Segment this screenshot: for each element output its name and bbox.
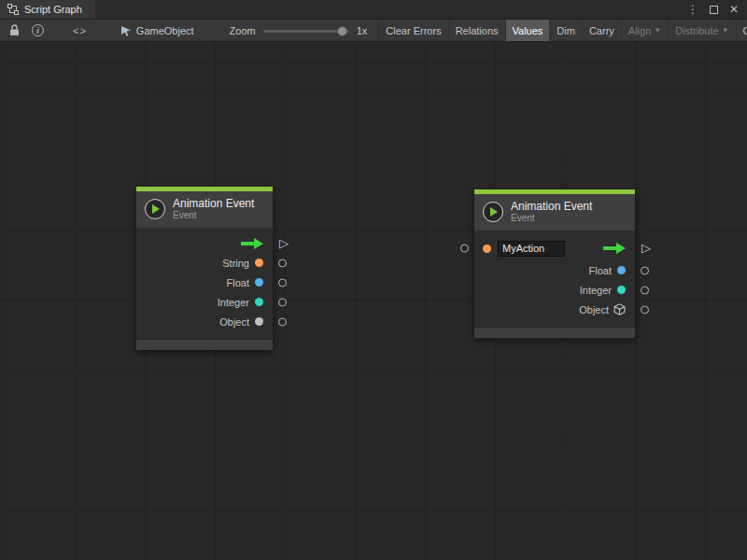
zoom-label: Zoom bbox=[230, 25, 256, 36]
tab-bar: Script Graph ⋮ ✕ bbox=[0, 0, 747, 20]
overview-label: Overview bbox=[743, 25, 747, 36]
node-body: ▷ Float Integer Object bbox=[474, 231, 635, 327]
chevron-down-icon: ▼ bbox=[722, 27, 729, 35]
string-type-icon bbox=[255, 259, 263, 267]
port-label: Integer bbox=[580, 285, 612, 296]
zoom-slider-track bbox=[263, 30, 349, 33]
tab-title: Script Graph bbox=[24, 4, 82, 15]
port-label: Integer bbox=[218, 297, 249, 308]
node-footer bbox=[136, 339, 273, 350]
distribute-label: Distribute bbox=[675, 25, 718, 36]
carry-label: Carry bbox=[589, 25, 614, 36]
output-row-float: Float bbox=[474, 260, 635, 280]
zoom-slider-knob[interactable] bbox=[337, 26, 347, 36]
zoom-control: Zoom 1x bbox=[230, 20, 368, 41]
flow-arrow-icon bbox=[241, 238, 263, 249]
output-row-integer: Integer bbox=[474, 280, 635, 300]
integer-type-icon bbox=[617, 286, 626, 294]
integer-output-port[interactable] bbox=[641, 286, 649, 294]
float-type-icon bbox=[617, 266, 626, 274]
zoom-value: 1x bbox=[357, 25, 368, 36]
maximize-icon[interactable] bbox=[710, 6, 718, 14]
kebab-menu-icon[interactable]: ⋮ bbox=[687, 4, 698, 15]
node-footer bbox=[474, 327, 635, 338]
object-type-icon bbox=[255, 317, 263, 326]
event-play-icon bbox=[145, 199, 165, 219]
node-subtitle: Event bbox=[511, 213, 592, 224]
relations-label: Relations bbox=[456, 25, 499, 36]
node-title: Animation Event bbox=[511, 200, 592, 213]
node-subtitle: Event bbox=[173, 210, 254, 221]
port-label: Object bbox=[579, 304, 609, 315]
action-name-input[interactable] bbox=[498, 241, 565, 257]
dim-label: Dim bbox=[557, 25, 575, 36]
graph-toolbar: i <> GameObject Zoom 1x Clear Errors Rel… bbox=[0, 20, 747, 42]
output-row-float: Float bbox=[136, 273, 273, 292]
object-output-port[interactable] bbox=[278, 317, 287, 326]
lock-icon[interactable] bbox=[9, 24, 20, 36]
node-title: Animation Event bbox=[173, 197, 254, 210]
align-label: Align bbox=[628, 25, 651, 36]
control-output-port[interactable]: ▷ bbox=[641, 243, 651, 255]
code-icon[interactable]: <> bbox=[73, 25, 87, 36]
float-output-port[interactable] bbox=[641, 266, 649, 274]
node-header[interactable]: Animation Event Event bbox=[474, 194, 635, 231]
clear-errors-button[interactable]: Clear Errors bbox=[378, 20, 447, 41]
action-input-row: ▷ bbox=[474, 236, 635, 260]
control-input-port[interactable] bbox=[460, 245, 469, 253]
flow-arrow-icon bbox=[603, 243, 626, 254]
string-output-port[interactable] bbox=[278, 259, 287, 267]
gameobject-label: GameObject bbox=[136, 25, 194, 36]
float-type-icon bbox=[255, 278, 263, 287]
dim-button[interactable]: Dim bbox=[549, 20, 582, 41]
integer-output-port[interactable] bbox=[278, 298, 287, 306]
output-row-integer: Integer bbox=[136, 292, 273, 312]
animation-event-node-left[interactable]: Animation Event Event ▷ String bbox=[136, 187, 273, 350]
control-output-row: ▷ bbox=[136, 233, 273, 253]
close-icon[interactable]: ✕ bbox=[729, 4, 739, 15]
animation-event-node-right[interactable]: Animation Event Event ▷ Float bbox=[474, 189, 635, 338]
node-header[interactable]: Animation Event Event bbox=[136, 191, 273, 228]
gameobject-context[interactable]: GameObject bbox=[120, 20, 194, 41]
event-play-icon bbox=[483, 202, 503, 222]
float-output-port[interactable] bbox=[278, 278, 287, 287]
port-label: String bbox=[222, 258, 249, 269]
port-label: Object bbox=[219, 316, 249, 328]
output-row-string: String bbox=[136, 253, 273, 273]
values-button[interactable]: Values bbox=[505, 20, 550, 41]
graph-icon bbox=[7, 4, 19, 15]
script-graph-window: Script Graph ⋮ ✕ i <> Gam bbox=[0, 0, 747, 560]
output-row-object: Object bbox=[136, 312, 273, 331]
graph-canvas[interactable]: Animation Event Event ▷ String bbox=[0, 42, 747, 560]
tab-script-graph[interactable]: Script Graph bbox=[0, 0, 95, 19]
distribute-button[interactable]: Distribute ▼ bbox=[668, 20, 735, 41]
node-body: ▷ String Float Integer bbox=[136, 228, 273, 339]
port-label: Float bbox=[227, 277, 249, 288]
integer-type-icon bbox=[255, 298, 263, 306]
toolbar-left-icons: i <> bbox=[0, 20, 96, 41]
align-button[interactable]: Align ▼ bbox=[621, 20, 668, 41]
object-output-port[interactable] bbox=[641, 305, 649, 314]
clear-errors-label: Clear Errors bbox=[386, 25, 441, 36]
zoom-slider[interactable] bbox=[263, 25, 349, 36]
window-controls: ⋮ ✕ bbox=[687, 0, 747, 19]
output-row-object: Object bbox=[474, 300, 635, 319]
overview-button[interactable]: Overview bbox=[736, 20, 747, 41]
control-output-port[interactable]: ▷ bbox=[279, 237, 289, 249]
relations-button[interactable]: Relations bbox=[448, 20, 505, 41]
info-icon[interactable]: i bbox=[32, 24, 44, 36]
string-type-icon bbox=[483, 245, 491, 253]
cube-icon bbox=[613, 303, 626, 315]
values-label: Values bbox=[513, 25, 543, 36]
carry-button[interactable]: Carry bbox=[582, 20, 621, 41]
chevron-down-icon: ▼ bbox=[654, 27, 661, 35]
port-label: Float bbox=[589, 265, 612, 276]
gameobject-icon bbox=[120, 25, 132, 36]
